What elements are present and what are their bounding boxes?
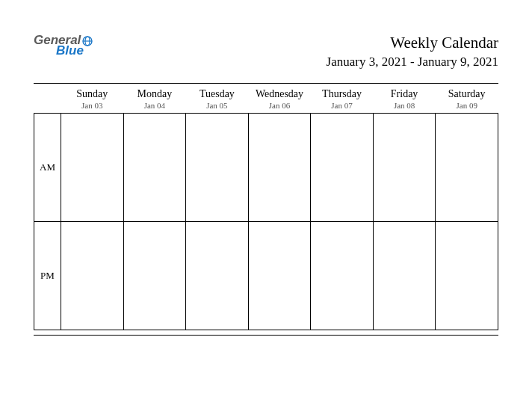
calendar-cell <box>123 222 186 330</box>
calendar-cell <box>436 114 498 222</box>
day-name: Friday <box>373 88 436 100</box>
day-name: Thursday <box>311 88 374 100</box>
day-date: Jan 03 <box>61 101 124 110</box>
day-date: Jan 09 <box>436 101 498 110</box>
calendar-cell <box>248 114 311 222</box>
day-date: Jan 05 <box>186 101 249 110</box>
day-name: Sunday <box>61 88 124 100</box>
calendar-cell <box>248 222 311 330</box>
time-label-am: AM <box>34 114 61 222</box>
day-header: Monday Jan 04 <box>123 88 186 114</box>
day-name: Monday <box>123 88 186 100</box>
time-header-empty <box>34 88 61 114</box>
calendar-cell <box>373 114 436 222</box>
calendar-cell <box>123 114 186 222</box>
brand-logo: General Blue <box>34 34 93 57</box>
logo-text-blue: Blue <box>56 44 93 57</box>
day-name: Tuesday <box>186 88 249 100</box>
day-header: Sunday Jan 03 <box>61 88 124 114</box>
date-range: January 3, 2021 - January 9, 2021 <box>327 55 498 69</box>
am-row: AM <box>34 114 498 222</box>
day-header: Wednesday Jan 06 <box>248 88 311 114</box>
pm-row: PM <box>34 222 498 330</box>
divider-top <box>34 83 498 84</box>
day-date: Jan 06 <box>248 101 311 110</box>
divider-bottom <box>34 335 498 336</box>
calendar-cell <box>61 114 124 222</box>
day-date: Jan 08 <box>373 101 436 110</box>
day-date: Jan 04 <box>123 101 186 110</box>
day-header: Tuesday Jan 05 <box>186 88 249 114</box>
time-label-pm: PM <box>34 222 61 330</box>
day-date: Jan 07 <box>311 101 374 110</box>
day-name: Wednesday <box>248 88 311 100</box>
calendar-cell <box>186 114 249 222</box>
day-header: Saturday Jan 09 <box>436 88 498 114</box>
calendar-cell <box>61 222 124 330</box>
day-name: Saturday <box>436 88 498 100</box>
calendar-table: Sunday Jan 03 Monday Jan 04 Tuesday Jan … <box>34 88 498 330</box>
page-title: Weekly Calendar <box>327 34 498 52</box>
day-header-row: Sunday Jan 03 Monday Jan 04 Tuesday Jan … <box>34 88 498 114</box>
calendar-cell <box>186 222 249 330</box>
day-header: Friday Jan 08 <box>373 88 436 114</box>
page-header: General Blue Weekly Calendar January 3, … <box>34 34 498 69</box>
calendar-cell <box>436 222 498 330</box>
title-block: Weekly Calendar January 3, 2021 - Januar… <box>327 34 498 69</box>
calendar-cell <box>311 114 374 222</box>
calendar-cell <box>373 222 436 330</box>
day-header: Thursday Jan 07 <box>311 88 374 114</box>
calendar-cell <box>311 222 374 330</box>
